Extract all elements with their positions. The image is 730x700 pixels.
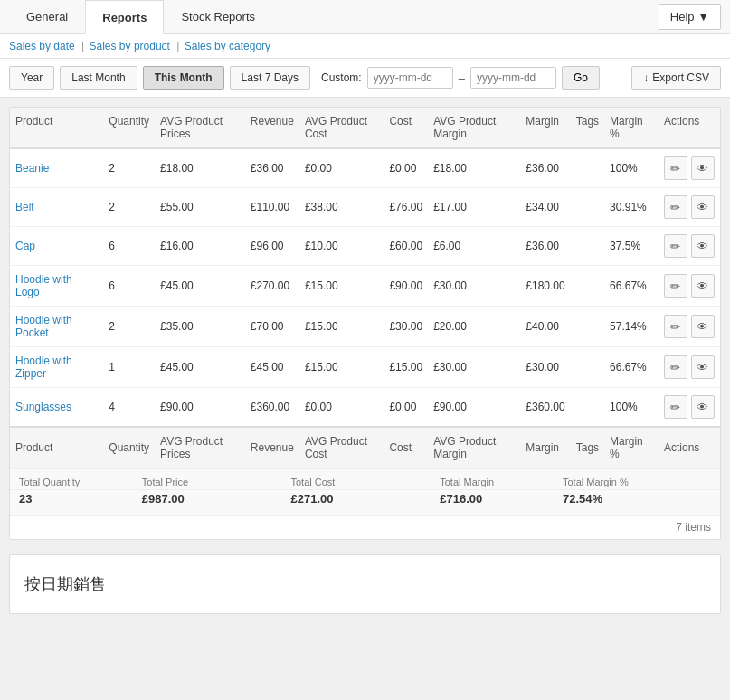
- tab-group: General Reports Stock Reports: [9, 0, 272, 33]
- product-link-3[interactable]: Hoodie with Logo: [15, 273, 72, 298]
- export-csv-button[interactable]: ↓ Export CSV: [631, 66, 721, 90]
- view-button-2[interactable]: 👁: [691, 234, 715, 258]
- sales-by-category-link[interactable]: Sales by category: [185, 40, 270, 52]
- tab-reports[interactable]: Reports: [85, 0, 164, 34]
- cell-margin-2: £36.00: [520, 227, 570, 266]
- product-link-0[interactable]: Beanie: [15, 162, 49, 175]
- separator-2: |: [176, 40, 182, 52]
- table-row: Beanie 2 £18.00 £36.00 £0.00 £0.00 £18.0…: [10, 148, 720, 188]
- help-button[interactable]: Help ▼: [659, 4, 721, 30]
- go-button[interactable]: Go: [562, 66, 600, 90]
- actions-group-2: ✏ 👁: [664, 234, 715, 258]
- cell-qty-4: 2: [103, 307, 155, 347]
- total-cost-col: Total Cost: [282, 469, 431, 489]
- col-avg-price: AVG Product Prices: [155, 108, 245, 148]
- edit-button-5[interactable]: ✏: [664, 355, 687, 379]
- view-button-1[interactable]: 👁: [691, 195, 715, 219]
- cell-avg-price-1: £55.00: [155, 188, 245, 227]
- total-margin-pct-col: Total Margin %: [554, 469, 677, 489]
- date-separator: –: [459, 71, 465, 85]
- cell-revenue-3: £270.00: [245, 266, 299, 307]
- edit-button-3[interactable]: ✏: [664, 274, 687, 298]
- cell-avg-margin-6: £90.00: [428, 388, 520, 428]
- sales-by-product-link[interactable]: Sales by product: [90, 40, 170, 52]
- date-to-input[interactable]: [470, 67, 556, 89]
- filter-last-7-days[interactable]: Last 7 Days: [230, 66, 310, 90]
- total-cost-value-col: £271.00: [282, 490, 431, 515]
- sales-by-date-link[interactable]: Sales by date: [9, 40, 75, 52]
- footer-col-avg-margin: AVG Product Margin: [428, 427, 520, 468]
- total-spacer2: [677, 490, 720, 515]
- footer-col-margin-pct: Margin %: [604, 427, 659, 468]
- reports-table-wrapper: Product Quantity AVG Product Prices Reve…: [9, 107, 721, 540]
- tab-general[interactable]: General: [9, 0, 85, 33]
- cell-qty-0: 2: [103, 148, 155, 188]
- cell-margin-pct-0: 100%: [604, 148, 659, 188]
- filter-last-month[interactable]: Last Month: [60, 66, 137, 90]
- item-count: 7 items: [10, 515, 720, 539]
- total-margin-col: Total Margin: [431, 469, 554, 489]
- cell-qty-2: 6: [103, 227, 155, 266]
- cell-avg-margin-0: £18.00: [428, 148, 520, 188]
- cell-avg-cost-5: £15.00: [299, 347, 384, 388]
- product-link-2[interactable]: Cap: [15, 240, 35, 252]
- reports-table: Product Quantity AVG Product Prices Reve…: [10, 108, 720, 468]
- col-actions: Actions: [659, 108, 720, 148]
- cell-cost-6: £0.00: [384, 388, 428, 428]
- table-row: Hoodie with Pocket 2 £35.00 £70.00 £15.0…: [10, 307, 720, 347]
- separator-1: |: [81, 40, 87, 52]
- cell-actions-6: ✏ 👁: [659, 388, 720, 428]
- cell-product-0: Beanie: [10, 148, 103, 188]
- edit-button-2[interactable]: ✏: [664, 234, 687, 258]
- main-content: Product Quantity AVG Product Prices Reve…: [0, 98, 730, 623]
- cell-margin-6: £360.00: [520, 388, 570, 428]
- cell-tags-1: [571, 188, 604, 227]
- product-link-4[interactable]: Hoodie with Pocket: [15, 314, 72, 339]
- cell-product-1: Belt: [10, 188, 103, 227]
- product-link-6[interactable]: Sunglasses: [15, 401, 71, 413]
- edit-button-6[interactable]: ✏: [664, 395, 687, 419]
- filter-year[interactable]: Year: [9, 66, 54, 90]
- product-link-5[interactable]: Hoodie with Zipper: [15, 355, 72, 380]
- export-label: Export CSV: [652, 71, 709, 84]
- cell-cost-4: £30.00: [384, 307, 428, 347]
- filter-this-month[interactable]: This Month: [143, 66, 224, 90]
- cell-margin-pct-6: 100%: [604, 388, 659, 428]
- cell-actions-4: ✏ 👁: [659, 307, 720, 347]
- edit-button-1[interactable]: ✏: [664, 195, 687, 219]
- download-icon: ↓: [643, 71, 649, 84]
- tab-stock-reports[interactable]: Stock Reports: [164, 0, 272, 33]
- edit-button-0[interactable]: ✏: [664, 156, 687, 180]
- col-product: Product: [10, 108, 103, 148]
- totals-section: Total Quantity Total Price Total Cost To…: [10, 468, 720, 515]
- cell-tags-2: [571, 227, 604, 266]
- total-quantity-col: Total Quantity: [10, 469, 133, 489]
- table-row: Cap 6 £16.00 £96.00 £10.00 £60.00 £6.00 …: [10, 227, 720, 266]
- totals-labels-row: Total Quantity Total Price Total Cost To…: [10, 469, 720, 490]
- total-margin-pct-value-col: 72.54%: [554, 490, 677, 515]
- view-button-0[interactable]: 👁: [691, 156, 715, 180]
- cell-cost-0: £0.00: [384, 148, 428, 188]
- view-button-4[interactable]: 👁: [691, 315, 715, 338]
- footer-col-quantity: Quantity: [103, 427, 155, 468]
- view-button-6[interactable]: 👁: [691, 395, 715, 419]
- date-from-input[interactable]: [367, 67, 453, 89]
- view-button-3[interactable]: 👁: [691, 274, 715, 298]
- col-margin-pct: Margin %: [604, 108, 659, 148]
- cell-revenue-5: £45.00: [245, 347, 299, 388]
- totals-values-row: 23 £987.00 £271.00 £716.00 72.54%: [10, 490, 720, 515]
- edit-button-4[interactable]: ✏: [664, 315, 687, 338]
- table-row: Hoodie with Logo 6 £45.00 £270.00 £15.00…: [10, 266, 720, 307]
- cell-avg-cost-0: £0.00: [299, 148, 384, 188]
- cell-avg-price-3: £45.00: [155, 266, 245, 307]
- footer-col-tags: Tags: [571, 427, 604, 468]
- total-cost-label: Total Cost: [291, 477, 422, 487]
- cell-margin-pct-4: 57.14%: [604, 307, 659, 347]
- cell-avg-cost-2: £10.00: [299, 227, 384, 266]
- cell-cost-2: £60.00: [384, 227, 428, 266]
- cell-qty-6: 4: [103, 388, 155, 428]
- view-button-5[interactable]: 👁: [691, 355, 715, 379]
- product-link-1[interactable]: Belt: [15, 201, 34, 213]
- footer-col-avg-price: AVG Product Prices: [155, 427, 245, 468]
- cell-margin-1: £34.00: [520, 188, 570, 227]
